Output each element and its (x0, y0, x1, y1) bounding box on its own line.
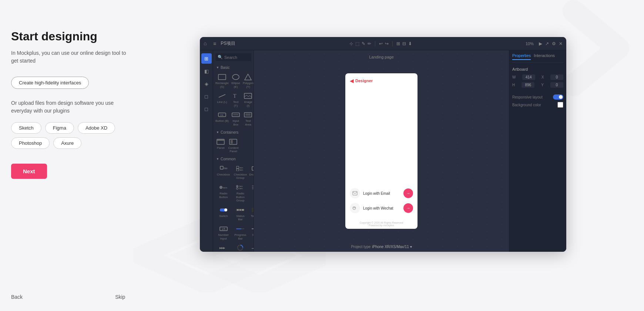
svg-rect-39 (239, 209, 241, 211)
y-label: Y (541, 83, 544, 87)
background-color-label: Background color (512, 103, 541, 107)
search-icon: 🔍 (218, 55, 223, 60)
next-button[interactable]: Next (11, 164, 47, 179)
editor-home-icon[interactable]: ⌂ (204, 40, 210, 47)
sidebar-pages-icon[interactable]: ◻ (201, 91, 212, 101)
comp-slider[interactable]: Slider (248, 224, 254, 242)
width-value[interactable]: 414 (522, 74, 535, 80)
y-value[interactable]: 0 (550, 82, 563, 88)
plugin-btn-adobe-xd[interactable]: Adobe XD (78, 122, 115, 134)
create-interfaces-button[interactable]: Create high-fidelity interfaces (11, 77, 89, 89)
comp-input-icon (231, 111, 241, 118)
comp-radio[interactable]: Item Radio Button (215, 182, 232, 204)
comp-text[interactable]: T Text (T) (230, 91, 241, 109)
section-containers-header[interactable]: ▼ Containers (213, 129, 254, 136)
plugin-btn-axure[interactable]: Axure (53, 137, 81, 149)
comp-button[interactable]: OK Button (B) (215, 110, 229, 128)
comp-polygon[interactable]: Polygon (Y) (242, 72, 254, 90)
editor-topbar: ⌂ ≡ PS项目 ⊹ ⬚ ✎ ✏ ↩ ↪ ⊞ ⊟ ⬇ 10% ▶ ↗ ⚙ ✕ (200, 37, 566, 50)
canvas-area[interactable]: Landing page ◀ Designer (254, 50, 509, 252)
tab-properties[interactable]: Properties (512, 53, 531, 60)
comp-textarea[interactable]: Text Area (242, 110, 254, 128)
preview-btn[interactable]: ▶ (539, 41, 542, 46)
login-wechat-icon (350, 203, 360, 213)
comp-content-panel[interactable]: Content Panel (227, 137, 239, 155)
tool-select[interactable]: ⊹ (349, 41, 353, 46)
comp-dropdown[interactable]: Dropdown (248, 163, 254, 181)
svg-point-25 (220, 187, 221, 188)
height-value[interactable]: 896 (521, 82, 534, 88)
comp-line[interactable]: Line (L) (215, 91, 229, 109)
device-type-bar[interactable]: Project type iPhone XR/XS/Max/11 ▾ (351, 245, 412, 249)
tool-grid1[interactable]: ⊞ (396, 41, 400, 46)
powered-by-text: Powered by mockplus (350, 224, 413, 227)
tool-artboard[interactable]: ⬚ (355, 41, 359, 46)
svg-point-88 (353, 207, 356, 210)
plugin-btn-photoshop[interactable]: Photoshop (11, 137, 50, 149)
comp-switch[interactable]: Switch (215, 205, 232, 223)
phone-login-area: Login with Email → Login with Wechat → (345, 182, 417, 219)
comp-progress-view[interactable]: Progress View (233, 243, 248, 252)
settings-btn[interactable]: ⚙ (552, 41, 556, 46)
share-btn[interactable]: ↗ (545, 41, 549, 46)
svg-rect-16 (231, 140, 233, 144)
x-label: X (541, 75, 544, 79)
comp-checkbox[interactable]: Item Checkbox (215, 163, 232, 181)
comp-text-label: Text (T) (231, 100, 241, 107)
comp-status-bar[interactable]: Status Bar (233, 205, 248, 223)
comp-checkbox-group[interactable]: ItemItem Checkbox Group (233, 163, 248, 181)
comp-panel[interactable]: Panel (215, 137, 227, 155)
component-search-input[interactable] (224, 55, 250, 60)
login-wechat-arrow[interactable]: → (403, 203, 413, 213)
login-email-arrow[interactable]: → (403, 188, 413, 198)
responsive-layout-row: Responsive layout (512, 94, 563, 100)
tool-redo[interactable]: ↪ (385, 41, 389, 46)
sidebar-layers-icon[interactable]: ◧ (201, 66, 212, 76)
plugin-btn-sketch[interactable]: Sketch (11, 122, 41, 134)
sidebar-components-icon[interactable]: ⊞ (201, 53, 212, 64)
x-value[interactable]: 0 (550, 74, 563, 80)
login-email-text: Login with Email (363, 191, 400, 195)
properties-tabs: Properties Interactions (512, 53, 563, 63)
component-panel: 🔍 ▼ Basic Rectangle (S) (213, 50, 254, 252)
svg-rect-87 (353, 191, 357, 195)
background-color-swatch[interactable] (557, 102, 563, 108)
component-search-bar[interactable]: 🔍 (215, 53, 251, 61)
tool-undo[interactable]: ↩ (379, 41, 383, 46)
properties-panel: Properties Interactions Artboard W 414 X… (509, 50, 566, 252)
comp-rectangle[interactable]: Rectangle (S) (215, 72, 229, 90)
comp-progress-bar[interactable]: Progress Bar (233, 224, 248, 242)
tab-interactions[interactable]: Interactions (534, 53, 555, 60)
comp-radio-group[interactable]: ItemItem Radio Button Group (233, 182, 248, 204)
comp-tab-bar[interactable]: Tab Bar (248, 205, 254, 223)
comp-list[interactable]: List (248, 182, 254, 204)
device-type-value[interactable]: iPhone XR/XS/Max/11 ▾ (372, 245, 412, 249)
plugin-btn-figma[interactable]: Figma (45, 122, 74, 134)
tool-pen[interactable]: ✎ (362, 41, 365, 46)
svg-text:OK: OK (220, 114, 224, 116)
comp-image-icon (243, 92, 253, 100)
tool-export[interactable]: ⬇ (408, 41, 412, 46)
canvas-label: Landing page (369, 55, 394, 59)
sidebar-more-icon[interactable]: ◻ (201, 104, 212, 114)
phone-frame[interactable]: ◀ Designer Login with Email → (345, 73, 417, 229)
tool-grid2[interactable]: ⊟ (402, 41, 406, 46)
section-basic-label: Basic (221, 66, 229, 70)
sidebar-assets-icon[interactable]: ◈ (201, 78, 212, 89)
svg-marker-2 (245, 74, 251, 80)
comp-input[interactable]: Input Box (230, 110, 241, 128)
tool-draw[interactable]: ✏ (368, 41, 371, 46)
responsive-layout-toggle[interactable] (553, 94, 563, 100)
comp-number-input[interactable]: 1/5 Number Input (215, 224, 232, 242)
svg-point-28 (237, 186, 238, 187)
svg-rect-47 (236, 228, 241, 229)
section-common-header[interactable]: ▼ Common (213, 156, 254, 163)
section-basic-header[interactable]: ▼ Basic (213, 64, 254, 71)
close-btn[interactable]: ✕ (559, 41, 563, 46)
comp-rating-bar[interactable]: ••• Rating Bar (248, 243, 254, 252)
comp-content-panel-icon (228, 138, 238, 146)
comp-breadcrumb[interactable]: ▶▶▶ Breadcrumb (215, 243, 232, 252)
editor-menu-icon[interactable]: ≡ (213, 41, 216, 47)
comp-ellipse[interactable]: Ellipse (E) (230, 72, 241, 90)
comp-image[interactable]: Image (I) (242, 91, 254, 109)
